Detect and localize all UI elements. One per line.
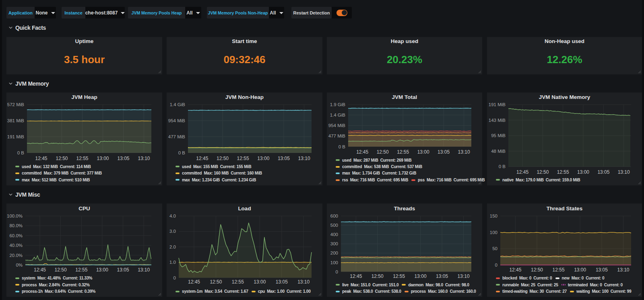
svg-text:13:05: 13:05 — [597, 169, 609, 175]
svg-text:381 MiB: 381 MiB — [7, 118, 25, 123]
svg-text:477 MiB: 477 MiB — [328, 134, 346, 138]
svg-text:12:45: 12:45 — [516, 169, 528, 175]
svg-text:4.0: 4.0 — [169, 214, 176, 218]
svg-text:0 B: 0 B — [339, 144, 346, 149]
svg-text:143 MiB: 143 MiB — [489, 118, 506, 123]
svg-text:13:00: 13:00 — [254, 279, 266, 285]
svg-text:300: 300 — [330, 241, 338, 246]
svg-text:12:45: 12:45 — [188, 279, 200, 285]
svg-text:1.9 GiB: 1.9 GiB — [330, 102, 346, 107]
svg-text:50: 50 — [492, 246, 497, 251]
svg-text:80.0%: 80.0% — [9, 223, 23, 228]
svg-text:12:50: 12:50 — [217, 156, 229, 161]
svg-text:13:05: 13:05 — [438, 149, 450, 155]
svg-text:13:10: 13:10 — [138, 267, 150, 273]
svg-text:20.0%: 20.0% — [9, 253, 23, 258]
svg-text:13:00: 13:00 — [96, 267, 108, 273]
svg-text:954 MiB: 954 MiB — [168, 118, 186, 123]
svg-text:2.0: 2.0 — [169, 245, 176, 249]
svg-text:500: 500 — [330, 223, 338, 228]
svg-text:12:55: 12:55 — [557, 169, 569, 175]
svg-text:3.0: 3.0 — [169, 229, 176, 234]
svg-text:13:00: 13:00 — [97, 156, 109, 161]
svg-text:12:45: 12:45 — [509, 267, 521, 273]
svg-text:13:00: 13:00 — [577, 169, 589, 175]
svg-text:1.0: 1.0 — [169, 260, 176, 265]
svg-text:400: 400 — [330, 232, 338, 237]
svg-text:12:45: 12:45 — [350, 273, 362, 279]
svg-text:12:55: 12:55 — [397, 149, 409, 155]
svg-text:13:05: 13:05 — [596, 267, 608, 273]
svg-text:12:50: 12:50 — [55, 267, 67, 273]
svg-text:1.4 GiB: 1.4 GiB — [170, 102, 186, 107]
svg-text:12:55: 12:55 — [76, 156, 88, 161]
svg-text:12:55: 12:55 — [237, 156, 249, 161]
svg-text:12:50: 12:50 — [531, 267, 543, 273]
svg-text:0: 0 — [173, 275, 176, 280]
svg-text:0: 0 — [336, 269, 338, 274]
svg-text:48 MiB: 48 MiB — [491, 149, 506, 154]
svg-text:12:45: 12:45 — [35, 156, 47, 161]
svg-text:477 MiB: 477 MiB — [168, 134, 186, 139]
svg-text:191 MiB: 191 MiB — [489, 102, 506, 107]
svg-text:954 MiB: 954 MiB — [328, 123, 346, 128]
svg-text:13:00: 13:00 — [415, 273, 427, 279]
svg-text:200: 200 — [330, 251, 338, 255]
svg-text:12:50: 12:50 — [377, 149, 389, 155]
svg-text:0: 0 — [495, 263, 497, 267]
svg-text:13:00: 13:00 — [417, 149, 429, 155]
svg-text:12:50: 12:50 — [210, 279, 222, 285]
svg-text:13:05: 13:05 — [117, 267, 129, 273]
svg-text:0 B: 0 B — [499, 164, 506, 169]
svg-text:95 MiB: 95 MiB — [491, 133, 506, 138]
svg-text:13:10: 13:10 — [298, 156, 310, 161]
svg-text:13:10: 13:10 — [458, 273, 470, 279]
svg-text:191 MiB: 191 MiB — [7, 134, 25, 139]
svg-text:12:55: 12:55 — [75, 267, 87, 273]
svg-text:13:10: 13:10 — [297, 279, 310, 285]
svg-text:40.0%: 40.0% — [9, 243, 23, 248]
svg-text:0 B: 0 B — [178, 150, 186, 155]
svg-text:13:10: 13:10 — [618, 169, 630, 175]
svg-text:100.0%: 100.0% — [7, 214, 23, 218]
svg-text:13:05: 13:05 — [117, 156, 129, 161]
svg-text:13:05: 13:05 — [276, 279, 288, 285]
svg-text:13:05: 13:05 — [278, 156, 290, 161]
svg-text:0%: 0% — [16, 263, 23, 267]
svg-text:13:10: 13:10 — [138, 156, 150, 161]
svg-text:100: 100 — [490, 230, 497, 235]
svg-text:12:50: 12:50 — [372, 273, 384, 279]
svg-text:13:00: 13:00 — [257, 156, 269, 161]
svg-text:12:55: 12:55 — [232, 279, 244, 285]
svg-text:12:50: 12:50 — [56, 156, 68, 161]
svg-text:150: 150 — [490, 214, 497, 218]
svg-text:13:10: 13:10 — [458, 149, 470, 155]
svg-text:1.4 GiB: 1.4 GiB — [330, 113, 346, 117]
svg-text:600: 600 — [330, 214, 338, 218]
svg-text:13:05: 13:05 — [436, 273, 448, 279]
svg-text:12:45: 12:45 — [34, 267, 46, 273]
svg-text:12:45: 12:45 — [196, 156, 208, 161]
svg-text:12:45: 12:45 — [356, 149, 368, 155]
svg-text:13:00: 13:00 — [574, 267, 586, 273]
svg-text:100: 100 — [330, 260, 338, 265]
svg-text:12:55: 12:55 — [553, 267, 565, 273]
svg-text:13:10: 13:10 — [617, 267, 629, 273]
svg-text:0 B: 0 B — [17, 150, 25, 155]
svg-text:572 MiB: 572 MiB — [7, 102, 25, 107]
svg-text:12:55: 12:55 — [393, 273, 405, 279]
svg-text:12:50: 12:50 — [537, 169, 549, 175]
svg-text:60.0%: 60.0% — [9, 233, 23, 238]
